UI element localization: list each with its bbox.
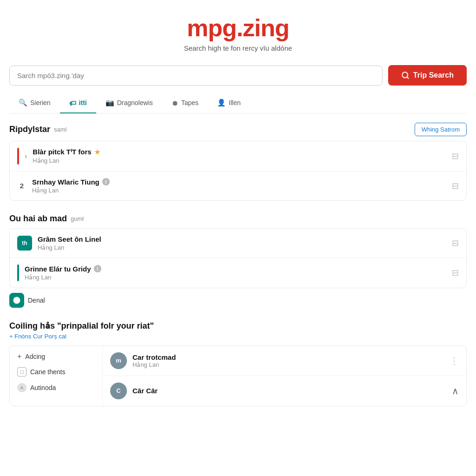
search-input-wrap[interactable] bbox=[9, 66, 383, 86]
th-badge: th bbox=[17, 236, 32, 251]
green-indicator bbox=[17, 264, 19, 281]
chevron-up-icon[interactable]: ∧ bbox=[452, 385, 459, 397]
section-ripdylstar: Ripdylstar saml Whing Satrom › Blàr pitc… bbox=[9, 123, 467, 201]
car-badge: m bbox=[110, 352, 127, 369]
search-tab-icon: 🔍 bbox=[19, 99, 27, 107]
section3-caption[interactable]: + Fnòns Cur Porṣ cal bbox=[9, 333, 467, 340]
section3-title: Coiling hảs "prinpalial folr your riat" bbox=[9, 321, 467, 331]
tab-llen[interactable]: 👤 Illen bbox=[208, 93, 250, 113]
record-tab-icon: ⏺ bbox=[172, 99, 178, 107]
car2-badge: C bbox=[110, 383, 127, 399]
item-number: 2 bbox=[17, 182, 26, 190]
trip-search-button[interactable]: Trip Search bbox=[388, 65, 467, 86]
section1-header: Ripdylstar saml Whing Satrom bbox=[9, 123, 467, 136]
person-tab-icon: 👤 bbox=[217, 99, 226, 107]
search-bar-container: Trip Search bbox=[0, 60, 476, 89]
svg-line-1 bbox=[407, 77, 408, 79]
denal-icon bbox=[9, 293, 24, 308]
denal-label: Denal bbox=[28, 297, 45, 304]
car-trotcmad-content: Car trotcmad Hảng Lan bbox=[132, 353, 444, 368]
car-trotcmad-item[interactable]: m Car trotcmad Hảng Lan ⋮ bbox=[103, 346, 466, 376]
filter-icon[interactable]: ⊟ bbox=[452, 181, 459, 191]
chevron-right-icon: › bbox=[25, 152, 27, 160]
list-item[interactable]: › Blàr pitck TᴵT fors ★ Hảng Lan ⊟ bbox=[10, 141, 466, 172]
split-right: m Car trotcmad Hảng Lan ⋮ C Cār bbox=[103, 346, 466, 406]
tab-tapes[interactable]: ⏺ Tapes bbox=[162, 93, 208, 113]
split-card: + Adcing □ Cane thents A Autinoda bbox=[9, 345, 467, 406]
more-dots-icon[interactable]: ⋮ bbox=[450, 355, 459, 366]
search-icon bbox=[401, 71, 410, 79]
filter-icon[interactable]: ⊟ bbox=[452, 238, 459, 248]
plus-icon: + bbox=[17, 352, 21, 361]
info-icon: i bbox=[94, 265, 101, 272]
section1-list: › Blàr pitck TᴵT fors ★ Hảng Lan ⊟ 2 Srn… bbox=[9, 141, 467, 201]
header: mpg.zing Search high te fon rercy vīu al… bbox=[0, 0, 476, 113]
filter-icon[interactable]: ⊟ bbox=[452, 151, 459, 161]
tag-tab-icon: 🏷 bbox=[69, 99, 76, 107]
list-item[interactable]: th Grâm Seet ôn Linel Hảng Lan ⊟ bbox=[10, 229, 466, 258]
list-item-content: Grâm Seet ôn Linel Hảng Lan bbox=[38, 235, 446, 251]
list-item[interactable]: Grinne Elár tu Gridy i Hảng Lan ⊟ bbox=[10, 258, 466, 288]
car-car-item[interactable]: C Cār Cār ∧ bbox=[103, 376, 466, 406]
search-input[interactable] bbox=[17, 72, 375, 79]
red-indicator bbox=[17, 148, 19, 165]
tagline: Search high te fon rercy vīu aldóne bbox=[9, 44, 467, 52]
auto-icon: A bbox=[17, 383, 26, 392]
denal-row: Denal bbox=[9, 293, 467, 308]
section2-header: Ou hai ab mad guml bbox=[9, 214, 467, 224]
section2-title: Ou hai ab mad guml bbox=[9, 214, 84, 224]
tab-sierien[interactable]: 🔍 Sierien bbox=[9, 93, 60, 113]
car-car-content: Cār Cār bbox=[132, 387, 446, 395]
star-icon: ★ bbox=[94, 148, 100, 156]
section-coiling: Coiling hảs "prinpalial folr your riat" … bbox=[9, 321, 467, 406]
tab-dragnolewis[interactable]: 📷 Dragnolewis bbox=[96, 93, 162, 113]
adcing-item[interactable]: + Adcing bbox=[17, 352, 95, 361]
list-item[interactable]: 2 Srnhay Wlaric Tiung i Hảng Lan ⊟ bbox=[10, 172, 466, 200]
logo: mpg.zing bbox=[9, 15, 467, 41]
filter-icon[interactable]: ⊟ bbox=[452, 268, 459, 278]
section1-title: Ripdylstar saml bbox=[9, 125, 66, 134]
tabs-container: 🔍 Sierien 🏷 itti 📷 Dragnolewis ⏺ Tapes 👤… bbox=[9, 93, 467, 113]
list-item-content: Srnhay Wlaric Tiung i Hảng Lan bbox=[32, 178, 446, 194]
list-item-content: Grinne Elár tu Gridy i Hảng Lan bbox=[25, 265, 446, 281]
list-item-content: Blàr pitck TᴵT fors ★ Hảng Lan bbox=[33, 148, 446, 164]
info-icon: i bbox=[102, 178, 110, 185]
section-ou-hai: Ou hai ab mad guml th Grâm Seet ôn Linel… bbox=[9, 214, 467, 308]
cane-thents-item[interactable]: □ Cane thents bbox=[17, 367, 95, 377]
tab-itti[interactable]: 🏷 itti bbox=[60, 93, 96, 113]
content-area: Ripdylstar saml Whing Satrom › Blàr pitc… bbox=[0, 113, 476, 406]
section2-list: th Grâm Seet ôn Linel Hảng Lan ⊟ Grinne … bbox=[9, 228, 467, 288]
autinoda-item[interactable]: A Autinoda bbox=[17, 383, 95, 392]
split-left: + Adcing □ Cane thents A Autinoda bbox=[10, 346, 103, 406]
split-card-row: + Adcing □ Cane thents A Autinoda bbox=[10, 346, 466, 406]
whing-satrom-button[interactable]: Whing Satrom bbox=[415, 123, 467, 136]
camera-tab-icon: 📷 bbox=[106, 99, 114, 107]
square-icon: □ bbox=[17, 367, 26, 377]
